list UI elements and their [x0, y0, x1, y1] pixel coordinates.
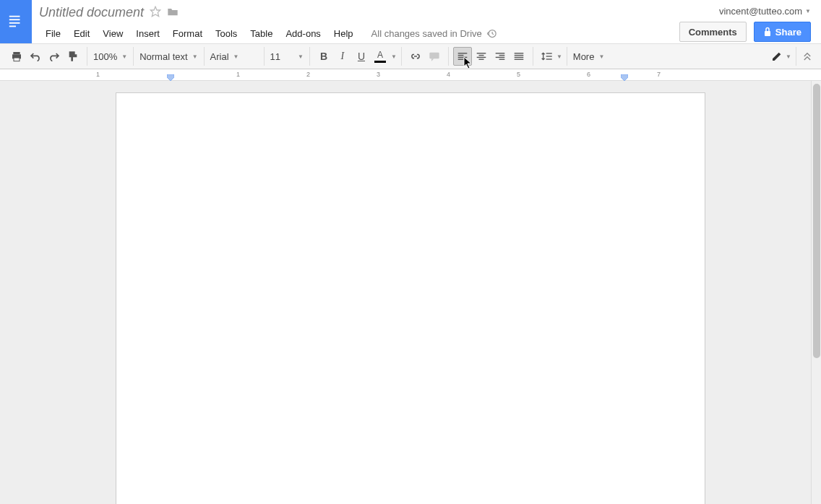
svg-rect-2: [9, 22, 20, 24]
text-color-button[interactable]: A: [371, 47, 390, 66]
pencil-icon: [771, 51, 783, 62]
chevron-down-icon: ▼: [786, 53, 791, 60]
chevron-down-icon: ▼: [598, 53, 604, 60]
zoom-select[interactable]: 100% ▼: [89, 47, 132, 66]
separator: [133, 47, 134, 66]
font-value: Arial: [210, 51, 229, 62]
zoom-value: 100%: [93, 51, 117, 62]
header: Untitled document File Edit View Insert …: [0, 0, 821, 43]
folder-icon[interactable]: [167, 6, 179, 19]
text-color-dropdown[interactable]: ▼: [391, 53, 397, 60]
font-size-select[interactable]: 11 ▼: [266, 47, 308, 66]
menu-addons[interactable]: Add-ons: [279, 27, 327, 40]
editing-mode-button[interactable]: ▼: [771, 47, 791, 66]
align-center-button[interactable]: [472, 47, 491, 66]
svg-rect-6: [765, 31, 770, 36]
star-icon[interactable]: [150, 6, 161, 19]
insert-comment-button[interactable]: [425, 47, 444, 66]
canvas-area[interactable]: [0, 81, 821, 504]
save-status-text: All changes saved in Drive: [371, 28, 482, 39]
left-indent-marker[interactable]: [167, 74, 174, 81]
menu-tools[interactable]: Tools: [209, 27, 244, 40]
menu-table[interactable]: Table: [244, 27, 279, 40]
menu-bar: File Edit View Insert Format Tools Table…: [39, 25, 674, 42]
menu-insert[interactable]: Insert: [129, 27, 166, 40]
menu-format[interactable]: Format: [166, 27, 209, 40]
paragraph-style-select[interactable]: Normal text ▼: [135, 47, 202, 66]
scroll-thumb[interactable]: [813, 84, 820, 358]
italic-button[interactable]: I: [333, 47, 352, 66]
document-page[interactable]: [116, 92, 705, 504]
share-button[interactable]: Share: [754, 22, 811, 42]
title-row: Untitled document: [39, 4, 674, 20]
separator: [796, 47, 796, 66]
svg-rect-0: [9, 16, 20, 17]
account-menu[interactable]: vincent@tutteo.com ▼: [719, 4, 811, 17]
svg-rect-10: [429, 53, 439, 59]
separator: [87, 47, 87, 66]
chevron-down-icon: ▼: [298, 53, 304, 60]
bold-button[interactable]: B: [314, 47, 333, 66]
share-label: Share: [775, 27, 801, 38]
line-spacing-button[interactable]: [538, 47, 556, 66]
svg-marker-31: [621, 74, 628, 81]
more-button[interactable]: More ▼: [569, 47, 609, 66]
align-right-button[interactable]: [491, 47, 510, 66]
svg-rect-7: [13, 52, 20, 54]
menu-help[interactable]: Help: [327, 27, 360, 40]
comments-button[interactable]: Comments: [679, 22, 747, 42]
line-spacing-dropdown[interactable]: ▼: [556, 53, 562, 60]
style-value: Normal text: [139, 51, 187, 62]
paint-format-button[interactable]: [64, 47, 82, 66]
chevron-up-double-icon: [802, 51, 812, 61]
toolbar: 100% ▼ Normal text ▼ Arial ▼ 11 ▼ B I U …: [0, 43, 821, 69]
insert-link-button[interactable]: [406, 47, 425, 66]
docs-icon: [8, 12, 24, 32]
history-icon[interactable]: [486, 28, 497, 39]
svg-rect-3: [9, 26, 16, 27]
ruler-label: 3: [377, 71, 380, 78]
align-justify-button[interactable]: [510, 47, 528, 66]
chevron-down-icon: ▼: [233, 53, 239, 60]
header-right: vincent@tutteo.com ▼ Comments Share: [679, 0, 821, 42]
ruler-label: 1: [96, 71, 100, 78]
size-value: 11: [270, 51, 280, 62]
menu-view[interactable]: View: [96, 27, 129, 40]
print-button[interactable]: [7, 47, 26, 66]
ruler-label: 1: [236, 71, 240, 78]
more-label: More: [573, 51, 595, 62]
comments-label: Comments: [689, 27, 737, 38]
undo-button[interactable]: [26, 47, 45, 66]
menu-edit[interactable]: Edit: [67, 27, 96, 40]
text-color-indicator: [374, 61, 386, 63]
redo-button[interactable]: [45, 47, 64, 66]
ruler-label: 7: [657, 71, 661, 78]
underline-button[interactable]: U: [352, 47, 371, 66]
separator: [204, 47, 205, 66]
align-left-button[interactable]: [453, 47, 472, 66]
svg-rect-9: [14, 58, 20, 61]
doc-title[interactable]: Untitled document: [39, 5, 144, 20]
collapse-toolbar-button[interactable]: [798, 47, 817, 66]
chevron-down-icon: ▼: [192, 53, 198, 60]
ruler-label: 5: [517, 71, 520, 78]
menu-file[interactable]: File: [39, 27, 67, 40]
separator: [401, 47, 402, 66]
svg-marker-4: [150, 6, 160, 16]
separator: [309, 47, 310, 66]
separator: [264, 47, 265, 66]
separator: [448, 47, 449, 66]
lock-icon: [763, 27, 772, 37]
right-indent-marker[interactable]: [621, 74, 628, 81]
vertical-scrollbar[interactable]: [811, 81, 821, 504]
ruler-label: 2: [306, 71, 310, 78]
save-status: All changes saved in Drive: [371, 28, 497, 39]
ruler-label: 6: [587, 71, 590, 78]
font-select[interactable]: Arial ▼: [206, 47, 262, 66]
separator: [567, 47, 567, 66]
separator: [533, 47, 533, 66]
chevron-down-icon: ▼: [805, 8, 811, 14]
ruler-label: 4: [447, 71, 450, 78]
ruler[interactable]: 1 1 2 3 4 5 6 7: [0, 69, 821, 81]
docs-logo[interactable]: [0, 0, 32, 43]
